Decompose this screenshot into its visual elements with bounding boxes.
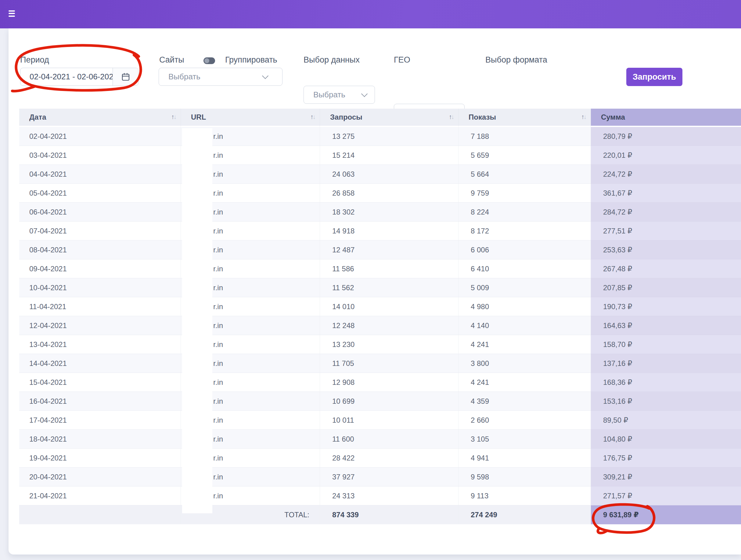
cell-impressions: 4 140 (458, 316, 591, 335)
cell-date: 20-04-2021 (19, 468, 181, 487)
cell-requests: 18 302 (320, 203, 458, 222)
cell-date: 10-04-2021 (19, 278, 181, 297)
group-toggle[interactable] (203, 57, 215, 64)
cell-date: 13-04-2021 (19, 335, 181, 354)
table-row: 18-04-2021 r.in 11 600 3 105 104,80 ₽ (19, 430, 741, 449)
cell-date: 06-04-2021 (19, 203, 181, 222)
total-empty-cell (19, 505, 181, 524)
table-row: 04-04-2021 r.in 24 063 5 664 224,72 ₽ (19, 165, 741, 184)
cell-requests: 26 858 (320, 184, 458, 203)
menu-button[interactable] (4, 6, 16, 19)
cell-amount: 280,79 ₽ (591, 127, 741, 146)
cell-amount: 271,57 ₽ (591, 487, 741, 505)
cell-impressions: 4 241 (458, 373, 591, 392)
chevron-down-icon (361, 90, 367, 97)
cell-requests: 28 422 (320, 449, 458, 468)
calendar-icon (121, 72, 130, 81)
table-row: 08-04-2021 r.in 12 487 6 006 253,63 ₽ (19, 241, 741, 259)
table-row: 19-04-2021 r.in 28 422 4 941 176,75 ₽ (19, 449, 741, 468)
cell-impressions: 5 659 (458, 146, 591, 165)
data-select-label: Выбор данных (304, 56, 360, 64)
cell-requests: 15 214 (320, 146, 458, 165)
cell-amount: 137,16 ₽ (591, 354, 741, 373)
cell-amount: 164,63 ₽ (591, 316, 741, 335)
column-header-date[interactable]: Дата ↑↓ (19, 109, 181, 127)
cell-requests: 12 248 (320, 316, 458, 335)
cell-impressions: 7 188 (458, 127, 591, 146)
sites-select[interactable]: Выбрать (159, 68, 282, 86)
cell-amount: 89,50 ₽ (591, 411, 741, 430)
cell-impressions: 8 172 (458, 222, 591, 241)
table-header-row: Дата ↑↓ URL ↑↓ Запросы ↑↓ Показы ↑↓ Сумм… (19, 109, 741, 127)
cell-amount: 168,36 ₽ (591, 373, 741, 392)
cell-impressions: 6 410 (458, 259, 591, 278)
cell-date: 19-04-2021 (19, 449, 181, 468)
table-row: 09-04-2021 r.in 11 586 6 410 267,48 ₽ (19, 259, 741, 278)
table-row: 14-04-2021 r.in 11 705 3 800 137,16 ₽ (19, 354, 741, 373)
total-row: TOTAL: 874 339 274 249 9 631,89 ₽ (19, 505, 741, 524)
cell-requests: 12 487 (320, 241, 458, 259)
cell-requests: 24 063 (320, 165, 458, 184)
table-row: 13-04-2021 r.in 13 230 4 241 158,70 ₽ (19, 335, 741, 354)
cell-requests: 13 275 (320, 127, 458, 146)
cell-impressions: 8 224 (458, 203, 591, 222)
column-header-url[interactable]: URL ↑↓ (181, 109, 320, 127)
sort-icon: ↑↓ (449, 113, 453, 121)
cell-impressions: 9 759 (458, 184, 591, 203)
cell-date: 14-04-2021 (19, 354, 181, 373)
table-row: 15-04-2021 r.in 12 908 4 241 168,36 ₽ (19, 373, 741, 392)
calendar-button[interactable] (113, 68, 138, 85)
cell-date: 16-04-2021 (19, 392, 181, 411)
submit-button[interactable]: Запросить (626, 68, 682, 86)
cell-impressions: 5 664 (458, 165, 591, 184)
cell-impressions: 4 980 (458, 297, 591, 316)
table-row: 21-04-2021 r.in 24 313 9 113 271,57 ₽ (19, 487, 741, 505)
column-header-requests[interactable]: Запросы ↑↓ (320, 109, 458, 127)
cell-date: 05-04-2021 (19, 184, 181, 203)
cell-amount: 176,75 ₽ (591, 449, 741, 468)
group-toggle-label: Группировать (225, 56, 277, 64)
cell-requests: 10 699 (320, 392, 458, 411)
cell-impressions: 3 105 (458, 430, 591, 449)
data-select-value: Выбрать (304, 90, 345, 100)
cell-impressions: 4 941 (458, 449, 591, 468)
cell-impressions: 4 359 (458, 392, 591, 411)
top-app-bar (0, 0, 741, 28)
data-select[interactable]: Выбрать (304, 86, 375, 104)
period-label: Период (20, 56, 49, 64)
column-header-impressions[interactable]: Показы ↑↓ (458, 109, 591, 127)
cell-amount: 190,73 ₽ (591, 297, 741, 316)
cell-impressions: 2 660 (458, 411, 591, 430)
chevron-down-icon (262, 73, 268, 79)
cell-date: 04-04-2021 (19, 165, 181, 184)
stats-table: Дата ↑↓ URL ↑↓ Запросы ↑↓ Показы ↑↓ Сумм… (19, 109, 741, 524)
cell-date: 15-04-2021 (19, 373, 181, 392)
period-date-input[interactable] (20, 68, 113, 85)
cell-impressions: 9 113 (458, 487, 591, 505)
column-header-amount: Сумма (591, 109, 741, 127)
table-row: 07-04-2021 r.in 14 918 8 172 277,51 ₽ (19, 222, 741, 241)
hamburger-icon (5, 10, 15, 17)
cell-requests: 13 230 (320, 335, 458, 354)
cell-requests: 10 011 (320, 411, 458, 430)
cell-amount: 284,72 ₽ (591, 203, 741, 222)
cell-amount: 253,63 ₽ (591, 241, 741, 259)
cell-date: 21-04-2021 (19, 487, 181, 505)
cell-amount: 153,16 ₽ (591, 392, 741, 411)
cell-requests: 11 600 (320, 430, 458, 449)
table-row: 06-04-2021 r.in 18 302 8 224 284,72 ₽ (19, 203, 741, 222)
cell-requests: 14 918 (320, 222, 458, 241)
cell-amount: 277,51 ₽ (591, 222, 741, 241)
cell-requests: 24 313 (320, 487, 458, 505)
total-amount: 9 631,89 ₽ (591, 505, 741, 524)
toggle-knob-icon (204, 58, 209, 63)
cell-date: 08-04-2021 (19, 241, 181, 259)
cell-impressions: 6 006 (458, 241, 591, 259)
sites-select-value: Выбрать (159, 72, 200, 81)
cell-date: 02-04-2021 (19, 127, 181, 146)
cell-impressions: 5 009 (458, 278, 591, 297)
geo-select-label: ГЕО (394, 56, 410, 64)
cell-date: 11-04-2021 (19, 297, 181, 316)
cell-date: 12-04-2021 (19, 316, 181, 335)
cell-impressions: 4 241 (458, 335, 591, 354)
